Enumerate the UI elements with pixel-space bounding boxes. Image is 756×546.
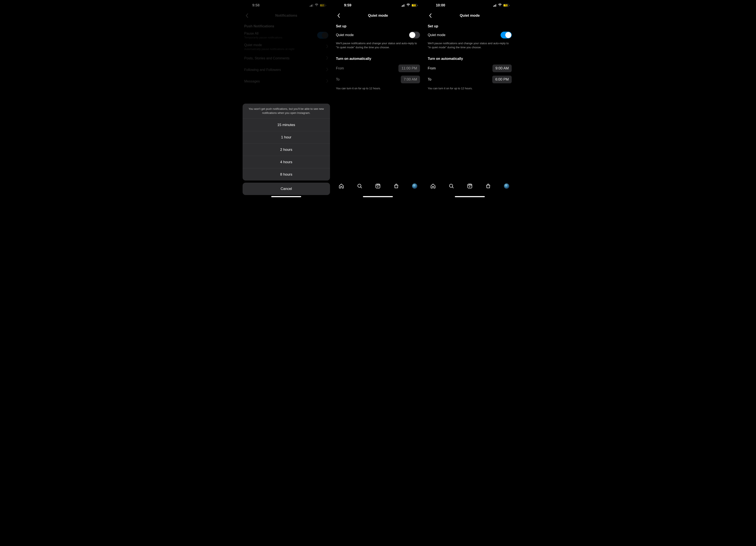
- duration-hint: You can turn it on for up to 12 hours.: [428, 85, 512, 90]
- to-label: To: [428, 78, 431, 81]
- pause-option-1h[interactable]: 1 hour: [243, 131, 330, 143]
- quiet-mode-toggle-row[interactable]: Quiet mode: [336, 29, 420, 41]
- profile-tab[interactable]: [412, 183, 418, 189]
- quiet-mode-toggle-label: Quiet mode: [336, 33, 354, 37]
- from-row[interactable]: From 11:00 PM: [336, 63, 420, 74]
- to-time[interactable]: 7:00 AM: [401, 76, 420, 83]
- back-button[interactable]: [426, 11, 435, 21]
- svg-rect-1: [376, 184, 380, 188]
- profile-tab[interactable]: [504, 183, 510, 189]
- quiet-mode-toggle[interactable]: [409, 32, 420, 38]
- to-label: To: [336, 78, 340, 81]
- avatar-icon: [412, 183, 417, 189]
- status-time: 10:00: [430, 3, 445, 7]
- section-auto: Turn on automatically: [428, 50, 512, 63]
- reels-tab[interactable]: [467, 183, 473, 189]
- search-tab[interactable]: [357, 183, 363, 189]
- pause-option-4h[interactable]: 4 hours: [243, 156, 330, 168]
- quiet-mode-desc: We'll pause notifications and change you…: [336, 41, 420, 50]
- home-tab[interactable]: [338, 183, 344, 189]
- from-time[interactable]: 9:00 AM: [492, 65, 512, 72]
- section-setup: Set up: [428, 21, 512, 29]
- page-title: Quiet mode: [460, 13, 480, 18]
- search-tab[interactable]: [448, 183, 454, 189]
- avatar-icon: [504, 183, 509, 189]
- wifi-icon: [406, 3, 410, 7]
- svg-point-0: [358, 184, 361, 187]
- reels-tab[interactable]: [375, 183, 381, 189]
- pause-option-15m[interactable]: 15 minutes: [243, 119, 330, 131]
- to-row[interactable]: To 6:00 PM: [428, 74, 512, 85]
- screen-quiet-mode-on: 10:00 72 Quiet mode Set up Quiet mode: [424, 0, 516, 199]
- back-button[interactable]: [334, 11, 343, 21]
- home-indicator[interactable]: [455, 196, 485, 197]
- nav-header: Quiet mode: [332, 11, 424, 21]
- duration-hint: You can turn it on for up to 12 hours.: [336, 85, 420, 90]
- shop-tab[interactable]: [485, 183, 491, 189]
- section-setup: Set up: [336, 21, 420, 29]
- quiet-mode-toggle-label: Quiet mode: [428, 33, 445, 37]
- shop-tab[interactable]: [393, 183, 399, 189]
- pause-option-2h[interactable]: 2 hours: [243, 143, 330, 156]
- screen-notifications: 9:58 72 Notifications Push Notifications: [240, 0, 332, 199]
- wifi-icon: [498, 3, 502, 7]
- page-title: Quiet mode: [368, 13, 388, 18]
- to-time[interactable]: 6:00 PM: [492, 76, 512, 83]
- battery-icon: 72: [503, 4, 510, 7]
- cancel-button[interactable]: Cancel: [243, 183, 330, 195]
- quiet-mode-toggle[interactable]: [501, 32, 512, 38]
- section-auto: Turn on automatically: [336, 50, 420, 63]
- status-time: 9:59: [338, 3, 351, 7]
- home-indicator[interactable]: [363, 196, 393, 197]
- from-row[interactable]: From 9:00 AM: [428, 63, 512, 74]
- from-label: From: [428, 66, 436, 70]
- pause-duration-sheet: You won't get push notifications, but yo…: [243, 104, 330, 181]
- cellular-icon: [493, 4, 497, 7]
- to-row[interactable]: To 7:00 AM: [336, 74, 420, 85]
- battery-icon: 72: [411, 4, 418, 7]
- svg-rect-3: [468, 184, 472, 188]
- status-bar: 10:00 72: [424, 0, 516, 11]
- quiet-mode-toggle-row[interactable]: Quiet mode: [428, 29, 512, 41]
- nav-header: Quiet mode: [424, 11, 516, 21]
- quiet-mode-desc: We'll pause notifications and change you…: [428, 41, 512, 50]
- svg-point-2: [449, 184, 453, 187]
- home-tab[interactable]: [430, 183, 436, 189]
- status-bar: 9:59 72: [332, 0, 424, 11]
- sheet-message: You won't get push notifications, but yo…: [243, 104, 330, 119]
- from-time[interactable]: 11:00 PM: [398, 65, 420, 72]
- pause-option-8h[interactable]: 8 hours: [243, 168, 330, 181]
- screen-quiet-mode-off: 9:59 72 Quiet mode Set up Quiet mode: [332, 0, 424, 199]
- action-sheet-scrim[interactable]: You won't get push notifications, but yo…: [240, 0, 332, 199]
- from-label: From: [336, 66, 344, 70]
- cellular-icon: [402, 4, 405, 7]
- home-indicator[interactable]: [271, 196, 301, 197]
